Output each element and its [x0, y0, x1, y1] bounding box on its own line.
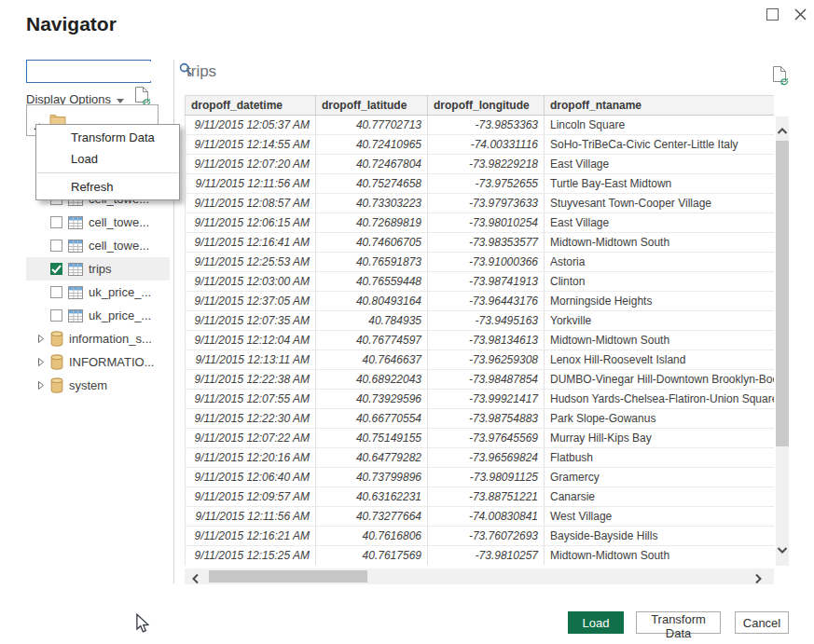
table-row: 9/11/2015 12:12:04 AM40.76774597-73.9813…: [186, 331, 775, 350]
checkbox-unchecked[interactable]: [50, 309, 62, 322]
scroll-up-icon[interactable]: [777, 122, 788, 139]
cell: -73.98487854: [428, 370, 545, 390]
load-button[interactable]: Load: [568, 611, 624, 634]
tree-item[interactable]: INFORMATIO...: [26, 350, 170, 374]
cell: Astoria: [545, 253, 775, 272]
cell: -73.98353577: [428, 233, 545, 253]
table-row: 9/11/2015 12:20:16 AM40.64779282-73.9656…: [186, 448, 775, 468]
cell: Yorkville: [545, 311, 775, 331]
cell: -73.98091125: [428, 468, 545, 487]
cell: 9/11/2015 12:12:04 AM: [186, 331, 316, 350]
column-header: dropoff_longitude: [428, 96, 545, 116]
cell: East Village: [545, 155, 775, 174]
tree-item-label: trips: [89, 262, 112, 276]
close-icon[interactable]: [793, 7, 808, 22]
search-box: [26, 60, 151, 83]
table-row: 9/11/2015 12:03:00 AM40.76559448-73.9874…: [186, 272, 775, 292]
cell: 40.7617569: [316, 546, 428, 566]
cell: 9/11/2015 12:07:22 AM: [186, 429, 316, 448]
table-row: 9/11/2015 12:06:15 AM40.72689819-73.9801…: [186, 213, 775, 233]
scroll-down-icon[interactable]: [777, 541, 788, 558]
cell: Turtle Bay-East Midtown: [545, 174, 775, 194]
cell: 40.64779282: [316, 448, 428, 468]
cell: -74.00830841: [428, 507, 545, 527]
cell: -73.97973633: [428, 194, 545, 213]
cell: Midtown-Midtown South: [545, 546, 775, 566]
cell: -73.76072693: [428, 527, 545, 546]
table-row: 9/11/2015 12:22:38 AM40.68922043-73.9848…: [186, 370, 775, 390]
table-row: 9/11/2015 12:22:30 AM40.66770554-73.9875…: [186, 409, 775, 429]
tree-item-label: uk_price_...: [89, 308, 151, 322]
cell: -73.99921417: [428, 390, 545, 409]
cell: -73.91000366: [428, 253, 545, 272]
cell: 40.63162231: [316, 487, 428, 507]
tree-item[interactable]: trips: [26, 257, 170, 281]
cell: 40.73303223: [316, 194, 428, 213]
table-icon: [68, 263, 83, 276]
tree-item-label: system: [69, 378, 107, 392]
maximize-icon[interactable]: [766, 8, 779, 21]
scroll-left-icon[interactable]: [191, 571, 200, 588]
search-input[interactable]: [27, 62, 179, 81]
cell: -73.9810257: [428, 546, 545, 566]
cell: -73.98754883: [428, 409, 545, 429]
table-row: 9/11/2015 12:07:55 AM40.73929596-73.9992…: [186, 390, 775, 409]
transform-data-button[interactable]: Transform Data: [636, 611, 721, 634]
chevron-right-icon: [37, 380, 45, 391]
table-icon: [68, 309, 83, 322]
checkbox-checked[interactable]: [50, 263, 62, 275]
menu-item[interactable]: Transform Data: [36, 127, 179, 148]
checkbox-unchecked[interactable]: [50, 216, 62, 228]
tree-item[interactable]: uk_price_...: [26, 304, 170, 327]
cell: 9/11/2015 12:20:16 AM: [186, 448, 316, 468]
vertical-scroll-thumb[interactable]: [776, 141, 789, 446]
cell: Midtown-Midtown South: [545, 233, 775, 253]
checkbox-unchecked[interactable]: [50, 240, 62, 252]
menu-item[interactable]: Refresh: [36, 176, 179, 198]
context-menu: Transform DataLoadRefresh: [35, 124, 180, 200]
cell: 40.75274658: [316, 174, 428, 194]
tree-item[interactable]: uk_price_...: [26, 281, 170, 304]
table-row: 9/11/2015 12:07:35 AM40.784935-73.949516…: [186, 311, 775, 331]
cell: 40.784935: [316, 311, 428, 331]
cell: -73.96443176: [428, 292, 545, 311]
cell: 9/11/2015 12:25:53 AM: [186, 253, 316, 272]
refresh-data-icon[interactable]: [772, 65, 789, 89]
horizontal-scrollbar[interactable]: [185, 569, 774, 584]
cell: -73.98229218: [428, 155, 545, 174]
cell: 9/11/2015 12:13:11 AM: [186, 350, 316, 370]
cell: Bayside-Bayside Hills: [545, 527, 775, 546]
vertical-scrollbar[interactable]: [776, 116, 789, 566]
cell: Clinton: [545, 272, 775, 292]
cell: Gramercy: [545, 468, 775, 487]
tree-item[interactable]: cell_towe...: [26, 234, 170, 257]
tree-item[interactable]: cell_towe...: [26, 211, 170, 234]
tree-item[interactable]: system: [26, 374, 170, 397]
checkbox-unchecked[interactable]: [50, 286, 62, 298]
cell: 40.7646637: [316, 350, 428, 370]
preview-table: dropoff_datetimedropoff_latitudedropoff_…: [185, 95, 774, 565]
cell: 40.68922043: [316, 370, 428, 390]
table-icon: [68, 286, 83, 299]
cell: 9/11/2015 12:22:30 AM: [186, 409, 316, 429]
cell: SoHo-TriBeCa-Civic Center-Little Italy: [545, 135, 775, 155]
cell: 40.80493164: [316, 292, 428, 311]
cell: -73.9752655: [428, 174, 545, 194]
cell: -74.00331116: [428, 135, 545, 155]
horizontal-scroll-thumb[interactable]: [209, 570, 367, 582]
scroll-right-icon[interactable]: [754, 571, 763, 588]
tree-item-label: cell_towe...: [89, 239, 149, 253]
cell: Lenox Hill-Roosevelt Island: [545, 350, 775, 370]
cell: 40.73929596: [316, 390, 428, 409]
menu-item[interactable]: Load: [36, 148, 179, 170]
table-row: 9/11/2015 12:13:11 AM40.7646637-73.96259…: [186, 350, 775, 370]
tree-item[interactable]: information_s...: [26, 327, 170, 350]
menu-separator: [37, 172, 178, 173]
cancel-button[interactable]: Cancel: [735, 611, 789, 634]
cell: 9/11/2015 12:07:55 AM: [186, 390, 316, 409]
table-header-row: dropoff_datetimedropoff_latitudedropoff_…: [186, 96, 775, 116]
cell: 9/11/2015 12:03:00 AM: [186, 272, 316, 292]
cell: 9/11/2015 12:06:15 AM: [186, 213, 316, 233]
cell: West Village: [545, 507, 775, 527]
cell: DUMBO-Vinegar Hill-Downtown Brooklyn-Boe…: [545, 370, 775, 390]
